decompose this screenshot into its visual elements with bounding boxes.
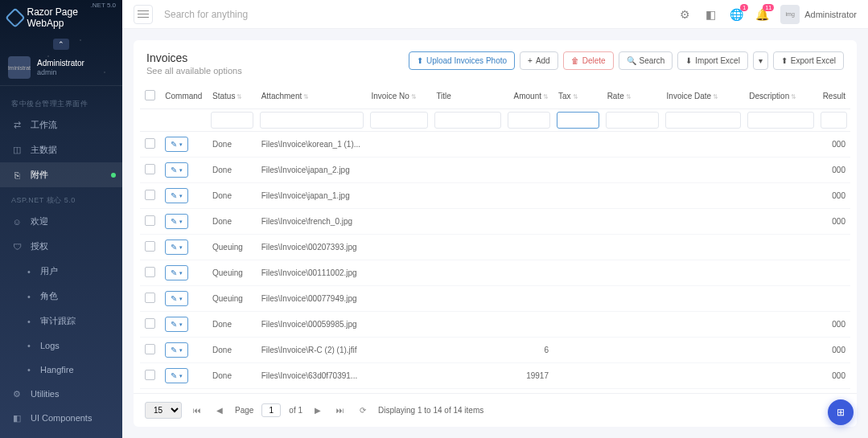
sidebar-item-utilities[interactable]: ⚙Utilities [0,382,122,406]
pager-last-button[interactable]: ⏭ [333,403,348,418]
filter-status[interactable] [211,112,253,129]
sidebar-item-ui-components[interactable]: ◧UI Components [0,406,122,430]
col-result[interactable]: Result [817,84,850,109]
sort-icon[interactable]: ⇅ [626,93,631,100]
bell-icon[interactable]: 🔔11 [755,7,769,22]
table-row[interactable]: ✎DoneFiles\Invoice\japan_2.jpg000 [140,158,850,183]
collapse-sidebar-button[interactable]: ⌃ [53,39,69,50]
delete-button[interactable]: 🗑Delete [563,51,614,70]
cell-description [744,235,817,260]
select-all-checkbox[interactable] [145,90,155,100]
table-row[interactable]: ✎DoneFiles\Invoice\korean_1 (1)...000 [140,132,850,158]
filter-title[interactable] [434,112,501,129]
row-command-button[interactable]: ✎ [165,188,188,203]
filter-tax[interactable] [557,112,599,129]
sort-icon[interactable]: ⇅ [713,93,718,100]
filter-invoicedate[interactable] [665,112,742,129]
add-button[interactable]: +Add [520,51,558,70]
globe-icon[interactable]: 🌐1 [729,7,743,22]
row-command-button[interactable]: ✎ [165,265,188,280]
col-title[interactable]: Title [431,84,504,109]
row-command-button[interactable]: ✎ [165,368,188,383]
row-checkbox[interactable] [145,293,155,303]
table-row[interactable]: ✎DoneFiles\Invoice\R-C (2) (1).jfif6000 [140,338,850,363]
sidebar-item-欢迎[interactable]: ☺欢迎 [0,209,122,234]
row-command-button[interactable]: ✎ [165,214,188,229]
filter-rate[interactable] [606,112,659,129]
pager-refresh-button[interactable]: ⟳ [356,403,370,418]
col-attachment[interactable]: Attachment [261,92,302,100]
brand[interactable]: .NET 5.0 Razor Page WebApp [0,0,122,35]
row-checkbox[interactable] [145,344,155,354]
col-invoicedate[interactable]: Invoice Date [667,92,712,100]
filter-attachment[interactable] [260,112,364,129]
filter-description[interactable] [747,112,814,129]
sort-icon[interactable]: ⇅ [303,93,309,100]
sidebar-item-审计跟踪[interactable]: •审计跟踪 [0,309,122,334]
row-command-button[interactable]: ✎ [165,291,188,306]
row-checkbox[interactable] [145,318,155,329]
pager-first-button[interactable]: ⏮ [190,403,204,418]
import-caret-button[interactable]: ▾ [753,51,768,70]
sidebar-user[interactable]: administrator Administrator admin [0,50,122,86]
sidebar-item-logs[interactable]: •Logs [0,334,122,358]
upload-button[interactable]: ⬆Upload Invoices Photo [409,51,515,70]
search-button[interactable]: 🔍Search [619,51,673,70]
row-checkbox[interactable] [145,164,155,174]
sidebar-item-授权[interactable]: 🛡授权 [0,234,122,259]
table-row[interactable]: ✎DoneFiles\Invoice\french_0.jpg000 [140,209,850,235]
cell-invoiceno [367,363,432,389]
table-scroll[interactable]: Command Status⇅ Attachment⇅ Invoice No⇅ … [134,84,857,393]
sort-icon[interactable]: ⇅ [573,93,578,100]
row-command-button[interactable]: ✎ [165,239,188,255]
filter-amount[interactable] [508,112,550,129]
col-status[interactable]: Status [212,92,235,100]
row-checkbox[interactable] [145,215,155,226]
topbar-user[interactable]: img Administrator [780,5,857,24]
sidebar-item-工作流[interactable]: ⇄工作流 [0,113,122,137]
table-row[interactable]: ✎DoneFiles\Invoice\00059985.jpg000 [140,312,850,338]
sidebar-item-主数据[interactable]: ◫主数据 [0,137,122,162]
sort-icon[interactable]: ⇅ [411,93,417,100]
sidebar-item-角色[interactable]: •角色 [0,284,122,309]
col-rate[interactable]: Rate [607,92,624,100]
pager-next-button[interactable]: ▶ [311,403,325,418]
row-checkbox[interactable] [145,190,155,200]
export-button[interactable]: ⬆Export Excel [773,51,844,70]
col-invoiceno[interactable]: Invoice No [372,92,409,100]
table-row[interactable]: ✎QueuingFiles\Invoice\00077949.jpg [140,286,850,312]
filter-invoiceno[interactable] [370,112,429,129]
filter-result[interactable] [821,112,847,129]
hamburger-button[interactable] [134,5,153,24]
row-checkbox[interactable] [145,267,155,277]
import-button[interactable]: ⬇Import Excel [677,51,748,70]
col-amount[interactable]: Amount [514,92,541,100]
col-description[interactable]: Description [749,92,789,100]
table-row[interactable]: ✎QueuingFiles\Invoice\00111002.jpg [140,260,850,286]
cube-icon[interactable]: ◧ [703,7,718,22]
sidebar-item-用户[interactable]: •用户 [0,259,122,284]
row-checkbox[interactable] [145,241,155,252]
sidebar-item-hangfire[interactable]: •Hangfire [0,358,122,382]
fab-button[interactable]: ⊞ [828,399,854,425]
row-command-button[interactable]: ✎ [165,162,188,178]
sidebar-item-font-icons[interactable]: ✦Font Icons7,500+ [0,430,122,438]
col-tax[interactable]: Tax [558,92,571,100]
sidebar-item-附件[interactable]: ⎘附件 [0,162,122,187]
row-command-button[interactable]: ✎ [165,317,188,332]
row-checkbox[interactable] [145,138,155,149]
row-checkbox[interactable] [145,370,155,380]
table-row[interactable]: ✎DoneFiles\Invoice\63d0f70391...19917000 [140,363,850,389]
page-current-input[interactable] [261,403,281,417]
row-command-button[interactable]: ✎ [165,137,188,152]
sort-icon[interactable]: ⇅ [237,93,242,100]
sort-icon[interactable]: ⇅ [543,93,549,100]
search-input[interactable] [164,9,666,20]
pager-prev-button[interactable]: ◀ [212,403,227,418]
table-row[interactable]: ✎QueuingFiles\Invoice\00207393.jpg [140,235,850,260]
page-size-select[interactable]: 15 [145,402,182,419]
table-row[interactable]: ✎DoneFiles\Invoice\japan_1.jpg000 [140,183,850,209]
gear-icon[interactable]: ⚙ [677,7,692,22]
row-command-button[interactable]: ✎ [165,342,188,358]
sort-icon[interactable]: ⇅ [791,93,796,100]
